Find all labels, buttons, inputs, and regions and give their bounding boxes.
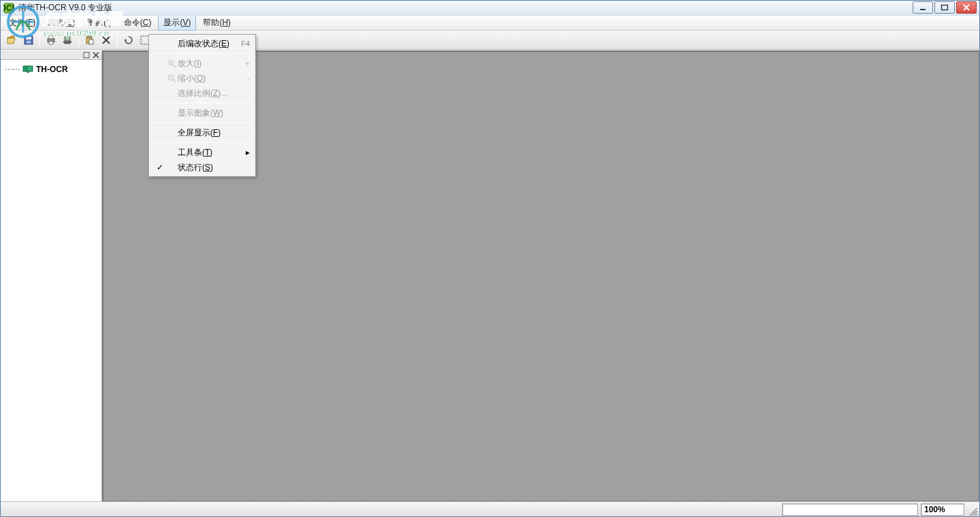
- toolbar-separator: [78, 33, 79, 47]
- menu-item-label: 选择比例(Z)...: [178, 88, 250, 99]
- menu-item-label: 放大(I): [178, 58, 246, 69]
- menu-item-shortcut: -: [247, 74, 250, 82]
- svg-text:OCR: OCR: [3, 3, 14, 13]
- menu-item-fullscreen[interactable]: 全屏显示(F): [150, 125, 254, 140]
- panel-close-icon[interactable]: [92, 51, 100, 59]
- print-icon[interactable]: [44, 33, 59, 48]
- menu-item-label: 工具条(T): [178, 147, 250, 159]
- svg-line-36: [173, 80, 176, 82]
- svg-line-32: [173, 65, 176, 67]
- resize-grip-icon[interactable]: [967, 505, 978, 516]
- svg-rect-27: [84, 52, 89, 58]
- menu-help[interactable]: 帮助(H): [197, 15, 236, 31]
- menu-file[interactable]: 文件(F): [3, 15, 41, 31]
- status-info-cell: [782, 503, 918, 516]
- svg-rect-6: [27, 41, 31, 44]
- submenu-arrow-icon: ▸: [246, 148, 250, 157]
- menu-separator: [152, 103, 252, 103]
- view-dropdown-menu: 后编改状态(E) F4 放大(I) + 缩小(O) - 选择比例(Z)... 显…: [148, 34, 256, 177]
- save-icon[interactable]: [21, 33, 36, 48]
- menu-item-label: 后编改状态(E): [178, 38, 241, 50]
- body-area: ⋯⋯ TH-OCR: [1, 50, 979, 501]
- menu-separator: [152, 122, 252, 123]
- menu-item-shortcut: F4: [241, 39, 250, 48]
- tree-root-label: TH-OCR: [36, 65, 68, 74]
- app-icon: OCR: [3, 3, 14, 14]
- close-button[interactable]: [956, 1, 977, 14]
- svg-rect-9: [49, 41, 53, 44]
- main-window: OCR 清华TH-OCR V9.0 专业版 文件(F) 编辑(E) 图象(I) …: [0, 0, 980, 517]
- menu-item-statusbar[interactable]: ✓ 状态行(S): [150, 160, 254, 175]
- paste-icon[interactable]: [82, 33, 97, 48]
- rotate-left-icon[interactable]: [121, 33, 136, 48]
- menu-item-edit-state[interactable]: 后编改状态(E) F4: [150, 36, 254, 51]
- menu-edit[interactable]: 编辑(E): [42, 15, 80, 31]
- svg-line-30: [975, 514, 977, 516]
- maximize-button[interactable]: [934, 1, 955, 14]
- menu-item-toolbars[interactable]: 工具条(T) ▸: [150, 145, 254, 160]
- menu-item-zoom-in: 放大(I) +: [150, 56, 254, 71]
- window-title: 清华TH-OCR V9.0 专业版: [18, 2, 112, 14]
- title-bar: OCR 清华TH-OCR V9.0 专业版: [1, 1, 979, 16]
- checkmark-icon: ✓: [154, 163, 165, 172]
- side-panel-header: [1, 50, 101, 60]
- open-icon[interactable]: [5, 33, 20, 48]
- delete-icon[interactable]: [99, 33, 114, 48]
- menu-view[interactable]: 显示(V): [158, 15, 196, 31]
- book-icon: [22, 65, 33, 73]
- side-panel: ⋯⋯ TH-OCR: [1, 50, 102, 501]
- menu-item-shortcut: +: [246, 59, 250, 67]
- menu-item-zoom-out: 缩小(O) -: [150, 71, 254, 86]
- svg-rect-5: [26, 37, 31, 39]
- scanner-icon[interactable]: [60, 33, 75, 48]
- menu-separator: [152, 142, 252, 143]
- tree-connector: ⋯⋯: [5, 65, 20, 74]
- svg-rect-14: [89, 39, 93, 44]
- menu-item-label: 显示图象(W): [178, 107, 250, 119]
- zoom-in-icon: [165, 59, 178, 68]
- menu-command[interactable]: 命令(C): [118, 15, 157, 31]
- tree-root-node[interactable]: ⋯⋯ TH-OCR: [3, 64, 99, 75]
- panel-pin-icon[interactable]: [82, 51, 91, 59]
- menu-image[interactable]: 图象(I): [82, 15, 116, 31]
- toolbar: 字: [1, 31, 979, 50]
- status-zoom-cell: 100%: [921, 503, 964, 516]
- menu-item-zoom-ratio: 选择比例(Z)...: [150, 86, 254, 101]
- minimize-button[interactable]: [913, 1, 933, 14]
- status-bar: 100%: [1, 501, 979, 516]
- menu-separator: [152, 53, 252, 54]
- window-controls: [913, 1, 977, 14]
- svg-rect-3: [942, 5, 948, 10]
- svg-rect-8: [49, 36, 53, 39]
- menu-item-label: 全屏显示(F): [178, 127, 250, 139]
- tree-view[interactable]: ⋯⋯ TH-OCR: [1, 60, 101, 79]
- menu-item-label: 状态行(S): [178, 162, 250, 173]
- svg-rect-13: [88, 35, 91, 37]
- toolbar-separator: [117, 33, 118, 47]
- menu-item-show-image: 显示图象(W): [150, 105, 254, 120]
- svg-rect-2: [920, 9, 926, 10]
- zoom-out-icon: [165, 73, 178, 83]
- menu-item-label: 缩小(O): [178, 73, 247, 84]
- menu-bar: 文件(F) 编辑(E) 图象(I) 命令(C) 显示(V) 帮助(H): [1, 16, 979, 31]
- toolbar-separator: [39, 33, 40, 47]
